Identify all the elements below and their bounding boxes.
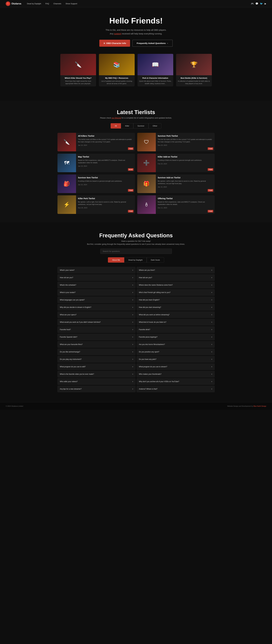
- faq-item-r2[interactable]: Where does the name Otzdarva come from? …: [136, 282, 215, 288]
- faq-item-r9[interactable]: Favorite pizza toppings? ▾: [136, 334, 215, 340]
- tierlists-sub: Please check our Discord for a complete …: [3, 117, 269, 119]
- twitter-icon[interactable]: 🐦: [260, 2, 263, 5]
- faq-item-9[interactable]: Favorite Spanish dish? ▾: [58, 334, 136, 340]
- faq-item-r5[interactable]: How did you start streaming? ▾: [136, 304, 215, 310]
- card-perk-info[interactable]: 📖 Perk & Character Information Quick Inf…: [137, 54, 173, 86]
- filter-tab-all[interactable]: All: [111, 123, 121, 128]
- faq-question-16: Any tips for a new streamer?: [60, 388, 82, 390]
- hero-title: Hello Friends!: [6, 16, 266, 25]
- nav-link-dbd[interactable]: Dead by Daylight: [27, 2, 41, 5]
- youtube-icon[interactable]: ▶: [264, 2, 266, 5]
- tl-image-5: 🎁: [137, 174, 156, 193]
- footer-copyright: © 2024 Otzdarva Limited: [6, 405, 23, 407]
- faq-item-16[interactable]: Any tips for a new streamer? ▾: [58, 386, 136, 392]
- faq-item-r1[interactable]: How tall are you? ▾: [136, 274, 215, 281]
- chevron-down-icon-3: ▾: [132, 291, 133, 294]
- faq-item-r10[interactable]: Are you into horror films/slashers? ▾: [136, 341, 215, 348]
- filter-tab-other[interactable]: Other: [148, 123, 161, 128]
- faq-item-2[interactable]: What's the schedule? ▾: [58, 282, 136, 288]
- faq-question-10: What are your favourite films?: [60, 344, 83, 346]
- twitch-icon[interactable]: 🎮: [251, 2, 254, 5]
- tierlist-card-1[interactable]: 🛡 Survivor Perk Tierlist This tier list …: [137, 133, 215, 151]
- faq-item-r7[interactable]: What kind of music do you listen to? ▾: [136, 319, 215, 326]
- footer-credit-link[interactable]: Blue North Design: [253, 405, 266, 407]
- faq-item-r4[interactable]: How did you learn English? ▾: [136, 296, 215, 303]
- faq-item-12[interactable]: Do you play any instrument? ▾: [58, 356, 136, 362]
- tierlist-card-2[interactable]: 🗺 Map Tierlist Based on Otz's experience…: [58, 154, 135, 172]
- chevron-down-icon-r9: ▾: [211, 336, 212, 338]
- faq-item-13[interactable]: What program do you use to edit? ▾: [58, 364, 136, 370]
- faq-item-14[interactable]: What is the favorite video you've ever m…: [58, 371, 136, 378]
- tl-image-4: 🎒: [58, 174, 76, 193]
- hero-subtitle: This is Otz, and these are my resources …: [6, 28, 266, 36]
- chevron-down-icon-16: ▾: [132, 388, 133, 390]
- faq-item-r13[interactable]: What program do you use to stream? ▾: [136, 364, 215, 370]
- tl-desc-6: My opinion. Left to right, from best to …: [78, 201, 133, 206]
- discord-icon[interactable]: 💬: [255, 2, 258, 5]
- filter-tab-survivor[interactable]: Survivor: [133, 123, 148, 128]
- nav-link-faq[interactable]: FAQ: [45, 2, 49, 5]
- faq-item-3[interactable]: What is your avatar? ▾: [58, 289, 136, 296]
- tl-title-5: Survivor Add-on Tierlist: [158, 176, 213, 179]
- faq-tab-about-me[interactable]: About Me: [108, 257, 124, 262]
- faq-item-r8[interactable]: Favorite drink? ▾: [136, 326, 215, 333]
- faq-item-r3[interactable]: Who's that Finnish girl sitting next to …: [136, 289, 215, 296]
- faq-item-1[interactable]: How old are you? ▾: [58, 274, 136, 281]
- filter-tab-killer[interactable]: Killer: [121, 123, 133, 128]
- faq-button[interactable]: Frequently Asked Questions →: [132, 40, 173, 47]
- faq-question-r15: Why don't you archive all of your VODs o…: [139, 380, 179, 382]
- faq-item-r12[interactable]: Do you have any pets? ▾: [136, 356, 215, 362]
- tl-title-1: Survivor Perk Tierlist: [158, 135, 213, 137]
- faq-item-r14[interactable]: Who makes your thumbnails? ▾: [136, 371, 215, 378]
- faq-item-r0[interactable]: Where are you from? ▾: [136, 267, 215, 274]
- logo-text: Otzdarva: [12, 2, 21, 5]
- discord-link[interactable]: our Discord: [112, 117, 121, 119]
- faq-item-r15[interactable]: Why don't you archive all of your VODs o…: [136, 378, 215, 385]
- nav-links: Dead by Daylight FAQ Channels Show Suppo…: [27, 2, 251, 5]
- chevron-down-icon-r2: ▾: [211, 284, 212, 286]
- faq-item-5[interactable]: Why did you decide to stream in English?…: [58, 304, 136, 310]
- faq-item-0[interactable]: What's your name? ▾: [58, 267, 136, 274]
- faq-item-7[interactable]: What would you work as if you didn't str…: [58, 319, 136, 326]
- tierlist-card-4[interactable]: 🎒 Survivor Item Tierlist A sorting of Ad…: [58, 174, 135, 193]
- tierlist-card-3[interactable]: ➕ Killer Add-on Tierlist A sorting of Ad…: [137, 154, 215, 172]
- nav-link-support[interactable]: Show Support: [66, 2, 77, 5]
- hero-buttons: ⚔ DBD Character Info Frequently Asked Qu…: [6, 40, 266, 47]
- tl-date-1: Nov 20, 2023: [158, 144, 213, 146]
- tl-version-7: 7.4.0: [208, 210, 213, 212]
- faq-item-11[interactable]: Do you like anime/manga? ▾: [58, 348, 136, 355]
- chevron-down-icon-15: ▾: [132, 380, 133, 383]
- tierlist-card-6[interactable]: ⚡ Killer Perk Tierlist My opinion. Left …: [58, 195, 135, 214]
- dbd-character-info-button[interactable]: ⚔ DBD Character Info: [99, 40, 130, 47]
- faq-item-r6[interactable]: What did you work as before streaming? ▾: [136, 312, 215, 318]
- faq-tab-dark-souls[interactable]: Dark Souls: [147, 257, 164, 262]
- faq-item-10[interactable]: What are your favourite films? ▾: [58, 341, 136, 348]
- faq-tab-dbd[interactable]: Dead by Daylight: [124, 257, 147, 262]
- tl-date-7: Dec 11, 2023: [158, 207, 213, 208]
- tierlist-card-0[interactable]: 🔪 All Killers Tierlist This tierlist ran…: [58, 133, 135, 151]
- tl-desc-5: My opinion. Left to right, from best to …: [158, 180, 213, 185]
- tierlist-card-7[interactable]: 🕯 Offering Tierlist Based on Otz's exper…: [137, 195, 215, 214]
- faq-item-4[interactable]: What languages can you speak? ▾: [58, 296, 136, 303]
- faq-item-r16[interactable]: Andorra? Where is that? ▾: [136, 386, 215, 392]
- chevron-down-icon-13: ▾: [132, 366, 133, 368]
- faq-item-6[interactable]: What are your specs? ▾: [58, 312, 136, 318]
- faq-item-8[interactable]: Favorite food? ▾: [58, 326, 136, 333]
- support-link[interactable]: support: [114, 32, 121, 35]
- tl-title-3: Killer Add-on Tierlist: [158, 156, 213, 158]
- faq-sub1: Have a question for Otz? Ask away!: [3, 240, 269, 242]
- tierlist-card-5[interactable]: 🎁 Survivor Add-on Tierlist My opinion. L…: [137, 174, 215, 193]
- card-best-builds[interactable]: 🏆 Best Builds (Killer & Survivor) A coll…: [176, 54, 212, 86]
- card-which-killer[interactable]: 🔪 Which Killer Should You Play? Short Qu…: [60, 54, 96, 86]
- faq-item-r11[interactable]: Do you practice any sport? ▾: [136, 348, 215, 355]
- faq-search-input[interactable]: [100, 248, 172, 254]
- faq-question-r7: What kind of music do you listen to?: [139, 321, 166, 323]
- faq-question-r3: Who's that Finnish girl sitting next to …: [139, 292, 170, 294]
- faq-question-r6: What did you work as before streaming?: [139, 314, 170, 316]
- card-faq-resources[interactable]: 📚 My DBD FAQ + Resources List of updated…: [99, 54, 135, 86]
- faq-item-15[interactable]: Who edits your videos? ▾: [58, 378, 136, 385]
- nav-logo[interactable]: 🔴 Otzdarva: [6, 2, 21, 6]
- logo-icon: 🔴: [6, 2, 10, 6]
- nav-link-channels[interactable]: Channels: [53, 2, 61, 5]
- tl-desc-3: A sorting of Add-ons based on general st…: [158, 159, 213, 162]
